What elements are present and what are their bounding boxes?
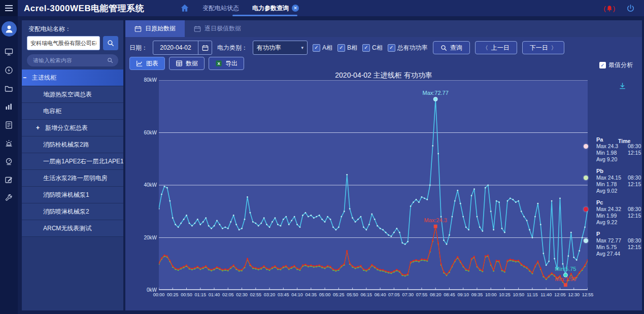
date-label: 日期： [129, 44, 148, 52]
phase-checkbox-label: 总有功功率 [397, 44, 428, 52]
calendar-icon [134, 25, 142, 32]
tools-icon[interactable] [5, 194, 13, 202]
next-day-button[interactable]: 下一日 〉 [522, 41, 564, 54]
data-view-button[interactable]: 数据 [169, 57, 205, 70]
edit-icon[interactable] [5, 176, 13, 184]
archive-icon[interactable] [5, 84, 13, 93]
legend-stat-row: Min 5.7512:15 [596, 244, 643, 251]
svg-text:Max:24.3: Max:24.3 [424, 217, 447, 223]
phase-checkboxes: ✓A相✓B相✓C相✓总有功功率 [313, 44, 428, 52]
checkbox-check-icon: ✓ [362, 44, 370, 52]
legend-stat-row: Min 1.9912:15 [596, 213, 643, 219]
prev-day-button[interactable]: 〈 上一日 [475, 41, 517, 54]
y-axis-tick-label: 80kW [130, 77, 157, 83]
station-name-label: 变配电站名称： [22, 20, 123, 36]
y-axis-tick-label: 40kW [130, 182, 157, 188]
category-label: 电力类别： [217, 44, 248, 52]
tree-item[interactable]: 地源热泵空调总表 [22, 86, 123, 103]
query-button-label: 查询 [450, 44, 462, 52]
y-axis-tick-label: 20kW [130, 235, 157, 240]
chart-legend: TimePaMax 24.308:30Min 1.9812:15Avg 9.20… [584, 136, 643, 262]
tree-item-label: 主进线柜 [32, 74, 56, 81]
tree-item[interactable]: 一层南1APE2右一层北1APE1左 [22, 153, 123, 170]
checkbox-check-icon: ✓ [388, 44, 395, 52]
header-tabs: 变配电站状态 电力参数查询 ✕ [180, 0, 299, 16]
active-tab-underline [232, 15, 297, 16]
power-chart-svg[interactable]: Max:72.77Max:24.3Min:5.75Min:1.99 [159, 80, 588, 290]
legend-stat-row: Avg 9.22 [596, 219, 643, 226]
device-tree: −主进线柜地源热泵空调总表电容柜+新增分立柜总表消防栓机械泵2路一层南1APE2… [22, 69, 123, 237]
alarm-icon[interactable] [5, 139, 13, 148]
download-icon[interactable] [619, 82, 626, 92]
plus-icon[interactable]: + [36, 120, 43, 136]
app-header: Acrel-3000WEB电能管理系统 变配电站状态 电力参数查询 ✕ () [0, 0, 644, 16]
report-icon[interactable] [5, 121, 13, 129]
tree-item[interactable]: +新增分立柜总表 [22, 120, 123, 136]
tree-item[interactable]: 生活水泵2路一层弱电房 [22, 170, 123, 187]
chart-title: 2020-04-02 主进线柜 有功功率 [125, 71, 642, 80]
export-button[interactable]: X 导出 [209, 57, 244, 70]
query-toolbar: 日期： 电力类别： 有功功率 ▾ ✓A相✓B相✓C相✓总有功功率 查询 〈 上一… [129, 41, 638, 55]
minus-icon[interactable]: − [23, 69, 30, 86]
legend-stat-row: Max 24.3208:30 [596, 206, 643, 213]
chart-view-label: 图表 [146, 59, 158, 68]
legend-stat-row: Min 1.9812:15 [596, 150, 643, 156]
bar-chart-icon[interactable] [5, 102, 13, 111]
tree-item[interactable]: −主进线柜 [22, 69, 123, 86]
category-selected-value: 有功功率 [257, 44, 281, 52]
date-picker [153, 41, 212, 55]
tree-item[interactable]: 消防栓机械泵2路 [22, 136, 123, 153]
phase-checkbox[interactable]: ✓总有功功率 [388, 44, 428, 52]
legend-item[interactable]: PbMax 24.1508:30Min 1.7812:15Avg 9.02 [584, 167, 643, 194]
tree-search-input[interactable] [32, 57, 107, 64]
header-tab-station-status[interactable]: 变配电站状态 [202, 4, 239, 13]
phase-checkbox[interactable]: ✓C相 [362, 44, 383, 52]
tab-daily-raw-data[interactable]: 日原始数据 [125, 20, 185, 37]
date-input[interactable] [153, 41, 198, 54]
station-name-input[interactable] [27, 36, 100, 50]
tree-item[interactable]: 消防喷淋机械泵1 [22, 187, 123, 203]
home-icon[interactable] [180, 4, 189, 13]
tab-label: 逐日极值数据 [205, 24, 241, 33]
alarm-bell-icon[interactable]: () [603, 5, 615, 12]
legend-series-name: Pc [596, 199, 643, 206]
chart-view-button[interactable]: 图表 [129, 57, 165, 70]
monitor-icon[interactable] [5, 48, 13, 56]
phase-checkbox-label: C相 [372, 44, 383, 52]
power-icon[interactable] [626, 4, 635, 13]
calendar-button[interactable] [198, 41, 212, 54]
chevron-down-icon: ▾ [301, 45, 303, 50]
legend-dot-icon [584, 238, 588, 243]
checkbox-check-icon: ✓ [337, 44, 345, 52]
tree-item[interactable]: 消防喷淋机械泵2 [22, 203, 123, 220]
tree-item[interactable]: ARCM无线表测试 [22, 220, 123, 237]
svg-text:Max:72.77: Max:72.77 [422, 90, 448, 96]
legend-item[interactable]: PMax 72.7708:30Min 5.7512:15Avg 27.44 [584, 230, 643, 257]
table-icon [176, 60, 183, 67]
tree-item-label: 电容柜 [43, 108, 61, 115]
meter-icon[interactable] [5, 157, 13, 166]
menu-icon[interactable] [0, 0, 18, 16]
phase-checkbox[interactable]: ✓A相 [313, 44, 332, 52]
phase-checkbox[interactable]: ✓B相 [337, 44, 357, 52]
legend-item[interactable]: PcMax 24.3208:30Min 1.9912:15Avg 9.22 [584, 199, 643, 226]
tab-daily-extremes-data[interactable]: 逐日极值数据 [185, 20, 250, 37]
avatar[interactable] [2, 21, 17, 37]
max-analysis-checkbox[interactable]: ✓ 最值分析 [599, 61, 633, 69]
export-label: 导出 [225, 59, 238, 68]
tree-item-label: 地源热泵空调总表 [43, 91, 92, 98]
query-button[interactable]: 查询 [433, 41, 470, 54]
svg-text:Min:5.75: Min:5.75 [555, 266, 576, 272]
legend-stat-row: Max 72.7708:30 [596, 237, 643, 244]
legend-item[interactable]: PaMax 24.308:30Min 1.9812:15Avg 9.20 [584, 136, 643, 163]
legend-stat-row: Max 24.308:30 [596, 143, 643, 150]
tree-item[interactable]: 电容柜 [22, 103, 123, 120]
energy-icon[interactable] [5, 66, 13, 75]
category-select[interactable]: 有功功率 ▾ [253, 41, 308, 55]
tree-item-label: 一层南1APE2右一层北1APE1左 [43, 158, 123, 165]
station-search-button[interactable] [103, 36, 118, 50]
x-axis-tick-label: 12:55 [579, 292, 596, 297]
close-tab-icon[interactable]: ✕ [292, 5, 299, 12]
header-tab-power-query[interactable]: 电力参数查询 ✕ [252, 4, 299, 13]
max-analysis-label: 最值分析 [608, 61, 633, 69]
